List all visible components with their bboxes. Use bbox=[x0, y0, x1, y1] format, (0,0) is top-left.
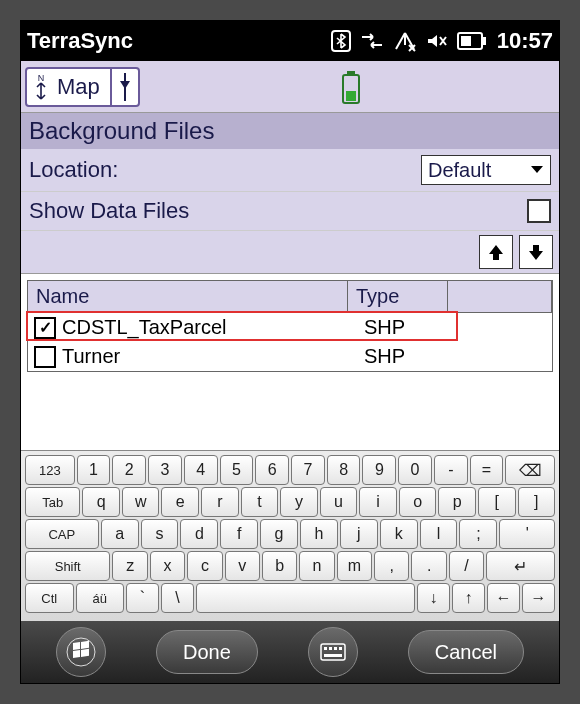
bottom-bar: Done Cancel bbox=[21, 621, 559, 683]
clock[interactable]: 10:57 bbox=[497, 28, 553, 54]
row-checkbox[interactable]: ✓ bbox=[34, 317, 56, 339]
key-g[interactable]: g bbox=[260, 519, 298, 549]
key-9[interactable]: 9 bbox=[362, 455, 396, 485]
key-][interactable]: ] bbox=[518, 487, 556, 517]
sort-row bbox=[21, 231, 559, 274]
key-shift[interactable]: Shift bbox=[25, 551, 110, 581]
status-bar: TerraSync 10:57 bbox=[21, 21, 559, 61]
key-v[interactable]: v bbox=[225, 551, 260, 581]
key-7[interactable]: 7 bbox=[291, 455, 325, 485]
cancel-button[interactable]: Cancel bbox=[408, 630, 524, 674]
start-button[interactable] bbox=[56, 627, 106, 677]
svg-rect-17 bbox=[334, 647, 337, 650]
key-f[interactable]: f bbox=[220, 519, 258, 549]
on-screen-keyboard: 1231234567890-=⌫ Tabqwertyuiop[] CAPasdf… bbox=[21, 450, 559, 621]
key-tab[interactable]: Tab bbox=[25, 487, 80, 517]
key-;[interactable]: ; bbox=[459, 519, 497, 549]
sort-up-button[interactable] bbox=[479, 235, 513, 269]
key-backspace[interactable]: ⌫ bbox=[505, 455, 555, 485]
key-/[interactable]: / bbox=[449, 551, 484, 581]
key-z[interactable]: z bbox=[112, 551, 147, 581]
location-select[interactable]: Default bbox=[421, 155, 551, 185]
key-áü[interactable]: áü bbox=[76, 583, 125, 613]
sort-down-button[interactable] bbox=[519, 235, 553, 269]
svg-rect-16 bbox=[329, 647, 332, 650]
key-3[interactable]: 3 bbox=[148, 455, 182, 485]
done-button[interactable]: Done bbox=[156, 630, 258, 674]
key-r[interactable]: r bbox=[201, 487, 239, 517]
key-6[interactable]: 6 bbox=[255, 455, 289, 485]
volume-mute-icon[interactable] bbox=[425, 30, 449, 52]
battery-level-icon bbox=[144, 69, 559, 105]
show-data-checkbox[interactable] bbox=[527, 199, 551, 223]
col-name[interactable]: Name bbox=[28, 281, 348, 312]
key-[[interactable]: [ bbox=[478, 487, 516, 517]
key-o[interactable]: o bbox=[399, 487, 437, 517]
key-123[interactable]: 123 bbox=[25, 455, 75, 485]
key-j[interactable]: j bbox=[340, 519, 378, 549]
sync-icon[interactable] bbox=[359, 30, 385, 52]
map-label: Map bbox=[57, 74, 100, 100]
svg-rect-19 bbox=[324, 654, 342, 657]
key-y[interactable]: y bbox=[280, 487, 318, 517]
key-4[interactable]: 4 bbox=[184, 455, 218, 485]
key-\[interactable]: \ bbox=[161, 583, 194, 613]
battery-icon[interactable] bbox=[457, 32, 487, 50]
key-k[interactable]: k bbox=[380, 519, 418, 549]
key-space[interactable] bbox=[196, 583, 415, 613]
key-h[interactable]: h bbox=[300, 519, 338, 549]
key-1[interactable]: 1 bbox=[77, 455, 111, 485]
row-checkbox[interactable] bbox=[34, 346, 56, 368]
screen: TerraSync 10:57 N bbox=[20, 20, 560, 684]
key-w[interactable]: w bbox=[122, 487, 160, 517]
key-u[interactable]: u bbox=[320, 487, 358, 517]
key-i[interactable]: i bbox=[359, 487, 397, 517]
table-row[interactable]: Turner SHP bbox=[28, 342, 552, 371]
key-5[interactable]: 5 bbox=[220, 455, 254, 485]
key-8[interactable]: 8 bbox=[327, 455, 361, 485]
key-a[interactable]: a bbox=[101, 519, 139, 549]
key-.[interactable]: . bbox=[411, 551, 446, 581]
key-'[interactable]: ' bbox=[499, 519, 555, 549]
key-←[interactable]: ← bbox=[487, 583, 520, 613]
key-=[interactable]: = bbox=[470, 455, 504, 485]
key-,[interactable]: , bbox=[374, 551, 409, 581]
signal-icon[interactable] bbox=[393, 30, 417, 52]
key-d[interactable]: d bbox=[180, 519, 218, 549]
file-name: CDSTL_TaxParcel bbox=[62, 316, 356, 339]
key-t[interactable]: t bbox=[241, 487, 279, 517]
key-↓[interactable]: ↓ bbox=[417, 583, 450, 613]
show-data-row: Show Data Files bbox=[21, 192, 559, 231]
key-x[interactable]: x bbox=[150, 551, 185, 581]
key-0[interactable]: 0 bbox=[398, 455, 432, 485]
svg-rect-18 bbox=[339, 647, 342, 650]
bluetooth-icon[interactable] bbox=[331, 30, 351, 52]
file-name: Turner bbox=[62, 345, 356, 368]
map-dropdown-button[interactable]: N Map bbox=[25, 67, 140, 107]
col-type[interactable]: Type bbox=[348, 281, 448, 312]
key-q[interactable]: q bbox=[82, 487, 120, 517]
key--[interactable]: - bbox=[434, 455, 468, 485]
key-2[interactable]: 2 bbox=[112, 455, 146, 485]
key-m[interactable]: m bbox=[337, 551, 372, 581]
key-p[interactable]: p bbox=[438, 487, 476, 517]
chevron-down-icon bbox=[530, 165, 544, 175]
svg-rect-10 bbox=[73, 642, 80, 650]
key-e[interactable]: e bbox=[161, 487, 199, 517]
key-s[interactable]: s bbox=[141, 519, 179, 549]
keyboard-toggle-button[interactable] bbox=[308, 627, 358, 677]
key-`[interactable]: ` bbox=[126, 583, 159, 613]
key-n[interactable]: n bbox=[299, 551, 334, 581]
key-b[interactable]: b bbox=[262, 551, 297, 581]
key-enter[interactable]: ↵ bbox=[486, 551, 555, 581]
key-l[interactable]: l bbox=[420, 519, 458, 549]
key-ctl[interactable]: Ctl bbox=[25, 583, 74, 613]
files-table: Name Type ✓ CDSTL_TaxParcel SHP Turner S… bbox=[27, 280, 553, 372]
table-row[interactable]: ✓ CDSTL_TaxParcel SHP bbox=[28, 313, 552, 342]
key-↑[interactable]: ↑ bbox=[452, 583, 485, 613]
compass-icon: N bbox=[33, 73, 51, 101]
key-c[interactable]: c bbox=[187, 551, 222, 581]
show-data-label: Show Data Files bbox=[29, 198, 189, 224]
key-cap[interactable]: CAP bbox=[25, 519, 99, 549]
key-→[interactable]: → bbox=[522, 583, 555, 613]
